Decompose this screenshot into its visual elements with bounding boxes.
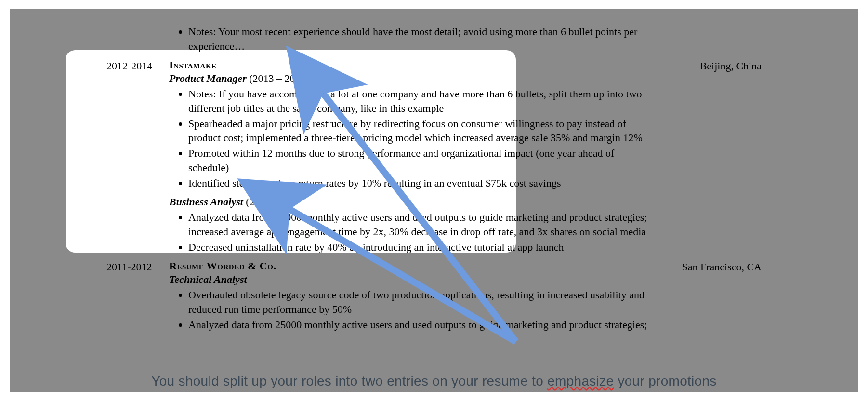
job2-dates: 2011-2012 bbox=[106, 260, 169, 273]
top-note-bullet: Notes: Your most recent experience shoul… bbox=[188, 25, 656, 53]
job2-bullets: Overhauled obsolete legacy source code o… bbox=[169, 288, 656, 332]
resume-content: Notes: Your most recent experience shoul… bbox=[10, 9, 858, 337]
background-dim: Notes: Your most recent experience shoul… bbox=[10, 9, 858, 392]
job2-location: San Francisco, CA bbox=[656, 260, 762, 273]
job1-location: Beijing, China bbox=[656, 59, 762, 72]
list-item: Decreased uninstallation rate by 40% by … bbox=[188, 240, 656, 254]
job2-role-title: Technical Analyst bbox=[169, 273, 656, 286]
list-item: Notes: If you have accomplished a lot at… bbox=[188, 87, 656, 115]
list-item: Promoted within 12 months due to strong … bbox=[188, 146, 656, 174]
list-item: Overhauled obsolete legacy source code o… bbox=[188, 288, 656, 316]
list-item: Analyzed data from 25000 monthly active … bbox=[188, 210, 656, 239]
list-item: Analyzed data from 25000 monthly active … bbox=[188, 318, 656, 332]
list-item: Identified steps to reduce return rates … bbox=[188, 176, 656, 190]
job2-header-row: 2011-2012 Resume Worded & Co. Technical … bbox=[106, 260, 762, 337]
job1-role1-title: Product Manager (2013 – 2014) bbox=[169, 72, 656, 85]
job1-dates: 2012-2014 bbox=[106, 59, 169, 72]
list-item: Spearheaded a major pricing restructure … bbox=[188, 117, 656, 145]
job1-company: Instamake bbox=[169, 59, 656, 71]
job1-role1-bullets: Notes: If you have accomplished a lot at… bbox=[169, 87, 656, 190]
caption-emphasis: emphasize bbox=[547, 374, 614, 388]
job1-role2-bullets: Analyzed data from 25000 monthly active … bbox=[169, 210, 656, 254]
top-note-row: Notes: Your most recent experience shoul… bbox=[106, 24, 762, 59]
job1-header-row: 2012-2014 Instamake Product Manager (201… bbox=[106, 59, 762, 260]
caption-text: You should split up your roles into two … bbox=[10, 370, 858, 392]
job2-company: Resume Worded & Co. bbox=[169, 260, 656, 272]
job1-role2-title: Business Analyst (2012) bbox=[169, 196, 656, 208]
